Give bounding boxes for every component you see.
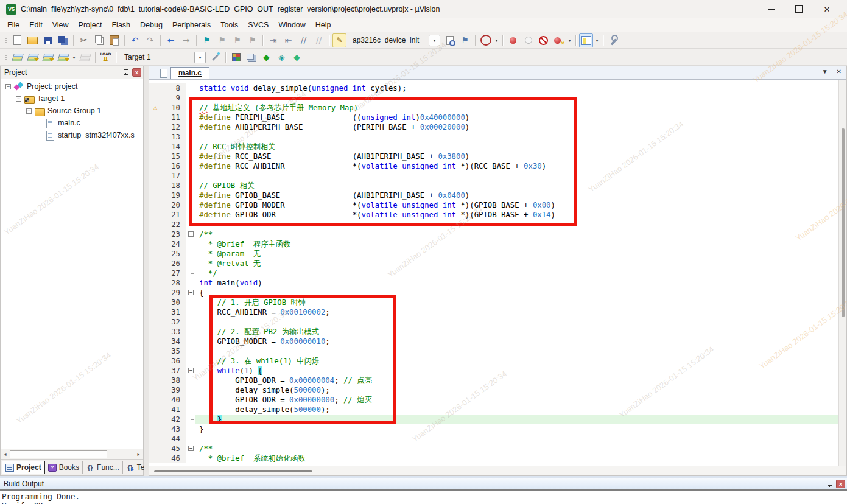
code-line-33[interactable]: 33 // 2. 配置 PB2 为输出模式 xyxy=(149,327,838,337)
cut-icon[interactable]: ✂ xyxy=(77,33,91,47)
project-hscrollbar[interactable]: ◂ ▸ xyxy=(1,449,143,459)
code-line-44[interactable]: 44 xyxy=(149,434,838,444)
tab-main-c[interactable]: main.c xyxy=(170,67,209,79)
breakpoint-disable-all-icon[interactable] xyxy=(536,33,550,47)
code-line-36[interactable]: 36 // 3. 在 while(1) 中闪烁 xyxy=(149,356,838,366)
menu-help[interactable]: Help xyxy=(311,19,336,30)
code-line-12[interactable]: 12#define AHB1PERIPH_BASE (PERIPH_BASE +… xyxy=(149,122,838,132)
batch-build-icon[interactable] xyxy=(56,51,70,65)
menu-debug[interactable]: Debug xyxy=(135,19,167,30)
code-text[interactable]: // GPIOB 相关 xyxy=(195,181,838,191)
code-line-34[interactable]: 34 GPIOB_MODER = 0x00000010; xyxy=(149,337,838,346)
tree-item-target-1[interactable]: −Target 1 xyxy=(1,93,143,105)
maximize-button[interactable] xyxy=(785,1,813,18)
code-text[interactable]: // 2. 配置 PB2 为输出模式 xyxy=(195,327,838,337)
build-icon[interactable] xyxy=(26,51,40,65)
fold-collapse-icon[interactable]: − xyxy=(188,446,194,451)
forward-icon[interactable]: → xyxy=(179,33,193,47)
tree-item-project-project[interactable]: −Project: project xyxy=(1,80,143,93)
editor-hscroll-thumb[interactable] xyxy=(154,470,312,472)
open-icon[interactable] xyxy=(26,33,40,47)
code-line-17[interactable]: 17 xyxy=(149,171,838,181)
code-text[interactable]: #define PERIPH_BASE ((unsigned int)0x400… xyxy=(195,113,838,122)
code-text[interactable] xyxy=(195,346,838,356)
workspace-tab-func[interactable]: {}Func... xyxy=(83,461,123,474)
menu-file[interactable]: File xyxy=(2,19,24,30)
target-select-arrow-icon[interactable]: ▾ xyxy=(194,52,206,63)
code-line-37[interactable]: 37− while(1) { xyxy=(149,366,838,376)
code-text[interactable]: #define AHB1PERIPH_BASE (PERIPH_BASE + 0… xyxy=(195,122,838,132)
code-text[interactable]: #define RCC_AHB1ENR *(volatile unsigned … xyxy=(195,161,838,171)
code-line-9[interactable]: 9 xyxy=(149,93,838,103)
code-line-32[interactable]: 32 xyxy=(149,317,838,327)
target-select[interactable]: Target 1▾ xyxy=(121,51,206,63)
code-text[interactable]: /** xyxy=(195,229,838,239)
code-text[interactable] xyxy=(195,132,838,142)
tree-item-main-c[interactable]: main.c xyxy=(1,117,143,129)
pin-icon[interactable] xyxy=(122,68,130,77)
doc-find-icon[interactable] xyxy=(443,33,457,47)
code-line-42[interactable]: 42 } xyxy=(149,415,838,424)
close-button[interactable]: ✕ xyxy=(813,1,841,18)
project-panel-close-icon[interactable]: x xyxy=(132,68,141,77)
manage-rte-icon[interactable] xyxy=(229,51,243,65)
code-text[interactable]: // 3. 在 while(1) 中闪烁 xyxy=(195,356,838,366)
editor-vscroll-thumb[interactable] xyxy=(842,128,845,317)
tree-expander-icon[interactable]: − xyxy=(5,84,11,89)
tree-expander-icon[interactable]: − xyxy=(16,96,21,102)
editor-hscrollbar[interactable] xyxy=(149,466,846,475)
tab-close-icon[interactable]: ✕ xyxy=(837,68,842,75)
code-editor[interactable]: 8static void delay_simple(unsigned int c… xyxy=(149,80,846,466)
code-text[interactable] xyxy=(195,220,838,229)
code-line-21[interactable]: 21#define GPIOB_ODR *(volatile unsigned … xyxy=(149,210,838,220)
code-line-39[interactable]: 39 delay_simple(500000); xyxy=(149,385,838,395)
bookmark-next-icon[interactable]: ⚑ xyxy=(230,33,244,47)
code-line-25[interactable]: 25 * @param 无 xyxy=(149,249,838,259)
code-line-11[interactable]: 11#define PERIPH_BASE ((unsigned int)0x4… xyxy=(149,113,838,122)
fold-collapse-icon[interactable]: − xyxy=(188,368,194,373)
code-line-13[interactable]: 13 xyxy=(149,132,838,142)
code-text[interactable] xyxy=(195,171,838,181)
tree-item-startup-stm32f407xx-s[interactable]: startup_stm32f407xx.s xyxy=(1,129,143,141)
code-line-41[interactable]: 41 delay_simple(500000); xyxy=(149,405,838,415)
code-line-18[interactable]: 18// GPIOB 相关 xyxy=(149,181,838,191)
minimize-button[interactable] xyxy=(757,1,785,18)
find-next-diamond-icon[interactable]: ◆ xyxy=(290,51,304,65)
code-line-10[interactable]: ⚠10// 基地址定义 (参考芯片手册 Memory Map) xyxy=(149,103,838,113)
pin-icon[interactable] xyxy=(826,480,834,488)
manage-items-icon[interactable] xyxy=(244,51,258,65)
tree-item-source-group-1[interactable]: −Source Group 1 xyxy=(1,105,143,117)
project-hscroll-track[interactable] xyxy=(10,450,134,459)
code-text[interactable]: GPIOB_MODER = 0x00000010; xyxy=(195,337,838,346)
workspace-tab-project[interactable]: Project xyxy=(2,461,45,474)
code-line-26[interactable]: 26 * @retval 无 xyxy=(149,259,838,268)
dropdown-caret-icon[interactable]: ▾ xyxy=(493,34,500,47)
code-text[interactable]: GPIOB_ODR = 0x00000000; // 熄灭 xyxy=(195,395,838,405)
code-text[interactable]: delay_simple(500000); xyxy=(195,405,838,415)
fold-collapse-icon[interactable]: − xyxy=(188,231,194,237)
code-text[interactable]: while(1) { xyxy=(195,366,838,376)
tab-list-chevron-icon[interactable]: ▼ xyxy=(822,68,828,75)
menu-flash[interactable]: Flash xyxy=(107,19,135,30)
paste-icon[interactable] xyxy=(107,33,121,47)
code-text[interactable]: #define GPIOB_BASE (AHB1PERIPH_BASE + 0x… xyxy=(195,191,838,200)
function-search-arrow-icon[interactable]: ▾ xyxy=(429,35,440,46)
dropdown-caret-icon[interactable]: ▾ xyxy=(71,51,77,64)
configure-wrench-icon[interactable] xyxy=(606,33,620,47)
scroll-right-icon[interactable]: ▸ xyxy=(134,450,143,459)
code-text[interactable]: // RCC 时钟控制相关 xyxy=(195,142,838,152)
uncomment-icon[interactable]: // xyxy=(312,33,326,47)
saveall-icon[interactable] xyxy=(56,33,70,47)
code-line-15[interactable]: 15#define RCC_BASE (AHB1PERIPH_BASE + 0x… xyxy=(149,152,838,161)
code-line-38[interactable]: 38 GPIOB_ODR = 0x00000004; // 点亮 xyxy=(149,376,838,385)
code-line-28[interactable]: 28int main(void) xyxy=(149,278,838,288)
code-text[interactable]: delay_simple(500000); xyxy=(195,385,838,395)
code-line-40[interactable]: 40 GPIOB_ODR = 0x00000000; // 熄灭 xyxy=(149,395,838,405)
rebuild-icon[interactable] xyxy=(41,51,55,65)
code-line-16[interactable]: 16#define RCC_AHB1ENR *(volatile unsigne… xyxy=(149,161,838,171)
indent-icon[interactable]: ⇥ xyxy=(266,33,280,47)
fold-margin[interactable]: − xyxy=(186,288,195,298)
code-line-27[interactable]: 27 */ xyxy=(149,268,838,278)
fold-collapse-icon[interactable]: − xyxy=(188,290,194,295)
code-line-31[interactable]: 31 RCC_AHB1ENR = 0x00100002; xyxy=(149,307,838,317)
